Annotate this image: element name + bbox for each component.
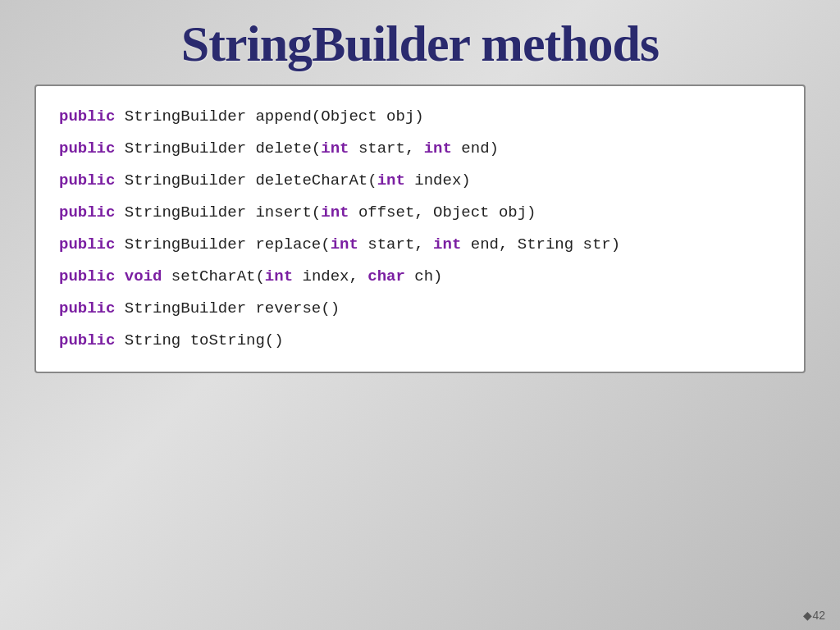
keyword-span: public bbox=[59, 107, 115, 126]
keyword-span: int bbox=[321, 139, 349, 158]
keyword-span: int bbox=[331, 235, 358, 253]
page-title: StringBuilder methods bbox=[0, 15, 840, 73]
keyword-span: char bbox=[368, 267, 405, 285]
code-block: public StringBuilder append(Object obj)p… bbox=[59, 101, 781, 357]
code-line: public String toString() bbox=[59, 325, 781, 357]
keyword-span: public bbox=[59, 171, 115, 189]
code-line: public StringBuilder deleteCharAt(int in… bbox=[59, 165, 781, 197]
code-line: public StringBuilder delete(int start, i… bbox=[59, 133, 781, 165]
title-area: StringBuilder methods bbox=[0, 0, 840, 84]
keyword-span: int bbox=[321, 203, 349, 221]
code-line: public StringBuilder replace(int start, … bbox=[59, 229, 781, 261]
slide-number: ◆42 bbox=[803, 609, 825, 622]
keyword-span: void bbox=[125, 267, 162, 285]
code-line: public StringBuilder insert(int offset, … bbox=[59, 197, 781, 229]
keyword-span: public bbox=[59, 267, 115, 285]
keyword-span: public bbox=[59, 203, 115, 221]
keyword-span: public bbox=[59, 331, 115, 349]
keyword-span: int bbox=[433, 235, 461, 253]
keyword-span: public bbox=[59, 299, 115, 317]
code-box: public StringBuilder append(Object obj)p… bbox=[34, 84, 806, 373]
keyword-span: public bbox=[59, 235, 115, 253]
code-line: public void setCharAt(int index, char ch… bbox=[59, 261, 781, 293]
keyword-span: int bbox=[265, 267, 293, 285]
keyword-span: int bbox=[424, 139, 452, 158]
code-line: public StringBuilder append(Object obj) bbox=[59, 101, 781, 133]
keyword-span: public bbox=[59, 139, 115, 158]
code-line: public StringBuilder reverse() bbox=[59, 293, 781, 325]
keyword-span: int bbox=[377, 171, 405, 189]
